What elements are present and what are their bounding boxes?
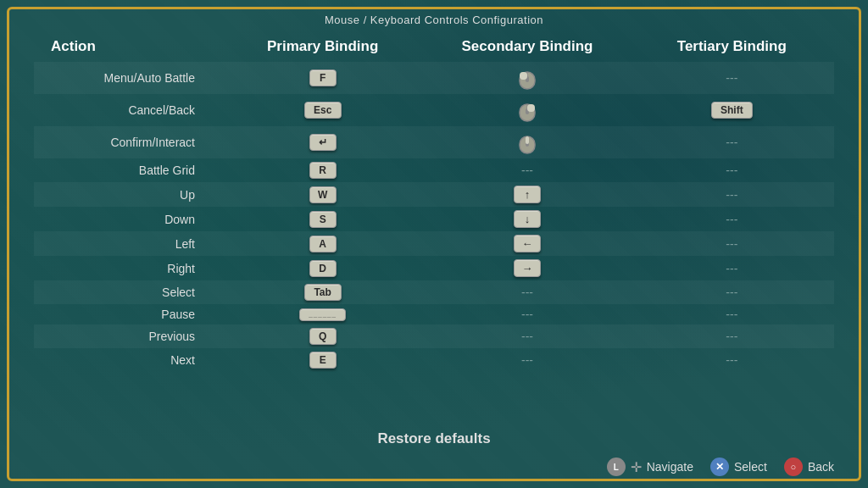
cross-button: ✕ [710, 458, 729, 476]
circle-button: ○ [784, 458, 803, 476]
col-secondary: Secondary Binding [425, 38, 629, 55]
table-row[interactable]: PreviousQ------ [34, 324, 834, 348]
binding-cell[interactable]: R [220, 162, 425, 179]
table-row[interactable]: Battle GridR------ [34, 158, 834, 182]
action-label: Battle Grid [34, 164, 220, 177]
svg-rect-7 [527, 104, 535, 112]
binding-cell[interactable]: --- [630, 330, 834, 343]
navigate-label: Navigate [647, 460, 693, 474]
binding-cell[interactable]: ↓ [425, 210, 629, 228]
col-primary: Primary Binding [220, 38, 425, 55]
binding-cell[interactable]: --- [630, 308, 834, 321]
binding-cell[interactable] [425, 65, 629, 91]
action-label: Cancel/Back [34, 103, 220, 117]
table-row[interactable]: NextE------ [34, 348, 834, 372]
binding-cell[interactable]: --- [630, 286, 834, 299]
binding-cell[interactable]: A [220, 236, 425, 252]
binding-cell[interactable]: W [220, 186, 425, 203]
l-button: L [607, 458, 626, 476]
binding-cell[interactable]: --- [630, 188, 834, 202]
binding-cell[interactable]: --- [630, 213, 834, 226]
action-label: Next [34, 353, 220, 367]
back-label: Back [808, 460, 834, 474]
page-title: Mouse / Keyboard Controls Configuration [34, 14, 834, 26]
dpad-icon: ✛ [631, 459, 642, 475]
binding-cell[interactable]: --- [630, 237, 834, 251]
binding-cell[interactable]: ↑ [425, 186, 629, 203]
action-label: Pause [34, 308, 220, 321]
binding-cell[interactable]: ← [425, 235, 629, 252]
restore-defaults-button[interactable]: Restore defaults [34, 419, 834, 454]
binding-cell[interactable]: Tab [220, 284, 425, 301]
col-action: Action [34, 38, 220, 55]
action-label: Confirm/Interact [34, 136, 220, 149]
bottom-bar: L ✛ Navigate ✕ Select ○ Back [34, 454, 834, 478]
table-row[interactable]: UpW↑--- [34, 182, 834, 207]
action-label: Right [34, 262, 220, 275]
main-container: Mouse / Keyboard Controls Configuration … [0, 0, 868, 488]
table-row[interactable]: Menu/Auto BattleF--- [34, 62, 834, 94]
action-label: Previous [34, 330, 220, 343]
action-label: Select [34, 286, 220, 299]
binding-cell[interactable]: --- [630, 164, 834, 177]
action-label: Up [34, 188, 220, 202]
binding-cell[interactable]: --- [425, 308, 629, 321]
binding-cell[interactable]: Q [220, 328, 425, 345]
table-row[interactable]: Confirm/Interact↵--- [34, 126, 834, 158]
col-tertiary: Tertiary Binding [630, 38, 834, 55]
binding-cell[interactable]: --- [630, 262, 834, 275]
binding-cell[interactable]: F [220, 69, 425, 86]
binding-cell[interactable]: --- [630, 71, 834, 85]
navigate-action: L ✛ Navigate [607, 458, 693, 476]
table-header: Action Primary Binding Secondary Binding… [34, 35, 834, 62]
binding-cell[interactable]: ↵ [220, 134, 425, 151]
table-row[interactable]: SelectTab------ [34, 280, 834, 304]
select-action: ✕ Select [710, 458, 767, 476]
binding-cell[interactable] [425, 97, 629, 123]
binding-cell[interactable]: --- [630, 136, 834, 149]
binding-cell[interactable]: --- [630, 353, 834, 367]
rows-container: Menu/Auto BattleF---Cancel/BackEscShiftC… [34, 62, 834, 419]
action-label: Menu/Auto Battle [34, 71, 220, 85]
back-action: ○ Back [784, 458, 834, 476]
binding-cell[interactable]: → [425, 259, 629, 277]
select-label: Select [734, 460, 767, 474]
binding-cell[interactable]: D [220, 260, 425, 277]
table-row[interactable]: RightD→--- [34, 256, 834, 280]
action-label: Left [34, 237, 220, 251]
table-row[interactable]: LeftA←--- [34, 231, 834, 256]
table-row[interactable]: DownS↓--- [34, 207, 834, 231]
binding-cell[interactable]: S [220, 211, 425, 228]
binding-cell[interactable]: Esc [220, 102, 425, 119]
table-row[interactable]: Cancel/BackEscShift [34, 94, 834, 126]
action-label: Down [34, 213, 220, 226]
binding-cell[interactable]: --- [425, 286, 629, 299]
binding-cell[interactable]: --- [425, 330, 629, 343]
binding-cell[interactable]: Shift [630, 102, 834, 119]
binding-cell[interactable]: E [220, 352, 425, 369]
binding-cell[interactable]: --- [425, 164, 629, 177]
table-row[interactable]: Pause______------ [34, 304, 834, 324]
binding-cell[interactable] [425, 130, 629, 155]
binding-cell[interactable]: --- [425, 353, 629, 367]
svg-rect-3 [520, 72, 527, 80]
svg-rect-11 [526, 136, 529, 144]
binding-cell[interactable]: ______ [220, 308, 425, 321]
